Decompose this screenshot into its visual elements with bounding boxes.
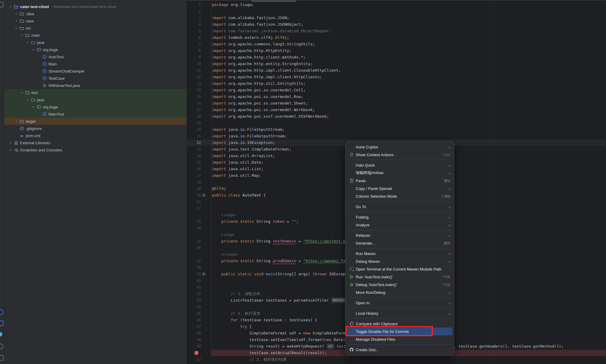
gutter[interactable]: 14 <box>187 87 211 93</box>
code-text[interactable]: package org.liuga; <box>211 1 254 8</box>
tree-row-org-liuga[interactable]: org.liuga <box>4 46 187 53</box>
chevron-down-icon[interactable] <box>19 90 25 95</box>
code-text[interactable] <box>211 264 212 271</box>
line-number[interactable]: 23 <box>187 146 201 153</box>
code-text[interactable]: import com.alibaba.fastjson.JSONObject; <box>211 21 303 28</box>
gutter[interactable] <box>187 212 211 218</box>
code-text[interactable]: import org.apache.http.client.methods.*; <box>211 54 306 61</box>
gutter[interactable]: 7 <box>187 41 211 47</box>
chevron-right-icon[interactable] <box>8 148 13 152</box>
gutter[interactable]: 29 <box>187 185 211 192</box>
tree-row-src[interactable]: src <box>4 24 187 32</box>
line-number[interactable]: 21 <box>187 133 201 139</box>
menu-item-folding[interactable]: Folding› <box>346 213 454 221</box>
code-text[interactable]: @Slf4j <box>211 185 226 192</box>
gutter[interactable]: 20 <box>187 126 211 133</box>
gutter[interactable]: 37 <box>187 258 211 264</box>
gutter[interactable]: 50 <box>187 343 211 350</box>
gutter[interactable]: 52 <box>187 356 211 363</box>
code-text[interactable]: import org.apache.poi.ss.usermodel.Sheet… <box>211 100 308 107</box>
code-text[interactable]: import org.apache.http.impl.client.Close… <box>211 67 341 74</box>
gutter[interactable]: 47 <box>187 323 211 330</box>
usages-inlay-hint[interactable]: 1 usage <box>221 233 234 237</box>
code-text[interactable]: // 3. 核对执行结果 <box>211 356 287 363</box>
line-number[interactable]: 18 <box>187 113 201 120</box>
gutter[interactable]: 9 <box>187 54 211 61</box>
code-text[interactable]: import java.util.Date; <box>211 159 263 166</box>
code-text[interactable]: import com.alibaba.fastjson.JSON; <box>211 15 289 21</box>
line-number[interactable]: 39 <box>187 271 201 277</box>
code-text[interactable]: import java.util.List; <box>211 166 263 172</box>
gutter[interactable]: 3 <box>187 15 211 21</box>
tree-row-scratches-and-consoles[interactable]: Scratches and Consoles <box>4 146 187 153</box>
gutter[interactable]: 35 <box>187 238 211 245</box>
code-text[interactable]: import java.io.FileInputStream; <box>211 126 285 133</box>
gutter[interactable]: 16 <box>187 100 211 107</box>
code-text[interactable]: import java.io.IOException; <box>211 139 275 146</box>
line-number[interactable]: 44 <box>187 304 201 310</box>
line-number[interactable]: 11 <box>187 67 201 74</box>
code-text[interactable] <box>211 120 212 126</box>
line-number[interactable]: 36 <box>187 245 201 251</box>
gutter[interactable]: 15 <box>187 93 211 100</box>
line-number[interactable]: 38 <box>187 264 201 271</box>
code-text[interactable] <box>211 225 212 231</box>
gutter[interactable]: 2 <box>187 8 211 15</box>
gutter[interactable]: 6 <box>187 34 211 41</box>
code-text[interactable]: import org.apache.poi.ss.usermodel.Cell; <box>211 87 306 93</box>
code-text[interactable]: public static void main(String[] args) t… <box>211 271 359 277</box>
gutter[interactable]: 10 <box>187 61 211 67</box>
line-number[interactable]: 2 <box>187 8 201 15</box>
code-text[interactable]: import org.apache.poi.ss.usermodel.Row; <box>211 93 303 100</box>
tree-row-external-libraries[interactable]: External Libraries <box>4 139 187 146</box>
gutter[interactable]: 41 <box>187 284 211 291</box>
line-number[interactable]: 47 <box>187 323 201 330</box>
tree-row-case[interactable]: case <box>4 17 187 24</box>
tree-row-streamchatexample[interactable]: CStreamChatExample <box>4 67 187 75</box>
chevron-down-icon[interactable] <box>31 105 36 109</box>
gutter[interactable]: 21 <box>187 133 211 139</box>
chevron-down-icon[interactable] <box>31 47 36 52</box>
tree-row-target[interactable]: target <box>4 118 187 125</box>
partial-tool-icon[interactable] <box>0 332 2 337</box>
gutter[interactable]: 28 <box>187 179 211 185</box>
partial-tool-icon[interactable] <box>0 309 4 315</box>
tree-row-main[interactable]: main <box>4 32 187 39</box>
chevron-right-icon[interactable] <box>8 140 13 145</box>
line-number[interactable]: 10 <box>187 61 201 67</box>
menu-item-halo-quick[interactable]: Halo Quick› <box>346 161 454 169</box>
gutter[interactable]: 32 <box>187 205 211 212</box>
chevron-down-icon[interactable] <box>25 40 30 45</box>
line-number[interactable]: 6 <box>187 34 201 41</box>
line-number[interactable]: 19 <box>187 120 201 126</box>
code-text[interactable]: import java.util.Map; <box>211 172 261 179</box>
code-text[interactable]: import java.io.FileOutputStream; <box>211 133 287 139</box>
line-number[interactable]: 40 <box>187 277 201 284</box>
tree-row-withdrawtest-java[interactable]: WithdrawTest.java <box>4 82 187 89</box>
breakpoint-icon[interactable] <box>194 351 199 355</box>
line-number[interactable]: 33 <box>187 218 201 225</box>
code-text[interactable]: private static String token = ""; <box>211 218 299 225</box>
gutter[interactable]: 5 <box>187 28 211 34</box>
gutter[interactable]: 48 <box>187 330 211 337</box>
tree-row-java[interactable]: java <box>4 39 187 46</box>
line-number[interactable]: 45 <box>187 310 201 317</box>
code-text[interactable]: import org.apache.http.impl.client.HttpC… <box>211 74 322 80</box>
code-text[interactable]: testCase.setActualResult(result); <box>211 350 327 356</box>
code-text[interactable] <box>211 199 212 205</box>
tree-row-pom-xml[interactable]: mpom.xml <box>4 132 187 139</box>
gutter[interactable]: 17 <box>187 107 211 113</box>
line-number[interactable]: 34 <box>187 225 201 231</box>
line-number[interactable]: 5 <box>187 28 201 34</box>
code-text[interactable]: // 1. 读取文件 <box>211 291 260 297</box>
usages-inlay-hint[interactable]: no usages <box>221 252 238 257</box>
line-number[interactable]: 8 <box>187 47 201 54</box>
code-text[interactable]: import org.apache.commons.lang3.StringUt… <box>211 41 315 47</box>
line-number[interactable]: 26 <box>187 166 201 172</box>
tree-row--gitignore[interactable]: .gitignore <box>4 125 187 132</box>
chevron-right-icon[interactable] <box>14 19 19 23</box>
tree-row-org-liuga[interactable]: org.liuga <box>4 103 187 110</box>
code-text[interactable]: import com.fasterxml.jackson.databind.Ob… <box>211 28 331 34</box>
gutter[interactable]: 26 <box>187 166 211 172</box>
gutter[interactable]: 13 <box>187 80 211 87</box>
